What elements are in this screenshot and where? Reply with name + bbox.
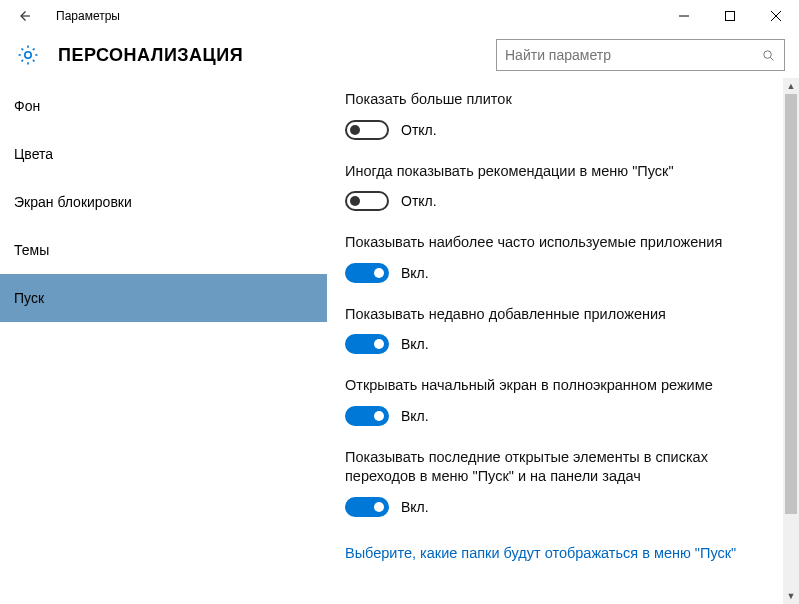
svg-point-4 xyxy=(25,52,31,58)
sidebar-item-label: Пуск xyxy=(14,290,44,306)
toggle-jumplist[interactable] xyxy=(345,497,389,517)
maximize-button[interactable] xyxy=(707,0,753,32)
content-area: Фон Цвета Экран блокировки Темы Пуск Пок… xyxy=(0,78,799,604)
sidebar-item-colors[interactable]: Цвета xyxy=(0,130,327,178)
sidebar-item-label: Экран блокировки xyxy=(14,194,132,210)
setting-label: Показывать последние открытые элементы в… xyxy=(345,448,745,487)
setting-fullscreen: Открывать начальный экран в полноэкранно… xyxy=(345,376,775,426)
header-row: ПЕРСОНАЛИЗАЦИЯ xyxy=(0,32,799,78)
toggle-most-used[interactable] xyxy=(345,263,389,283)
svg-line-6 xyxy=(770,57,773,60)
toggle-row: Вкл. xyxy=(345,334,775,354)
toggle-state: Вкл. xyxy=(401,336,429,352)
toggle-state: Откл. xyxy=(401,193,437,209)
setting-jumplist: Показывать последние открытые элементы в… xyxy=(345,448,775,517)
toggle-state: Откл. xyxy=(401,122,437,138)
back-arrow-icon xyxy=(15,7,33,25)
toggle-knob xyxy=(350,125,360,135)
toggle-row: Вкл. xyxy=(345,497,775,517)
choose-folders-link[interactable]: Выберите, какие папки будут отображаться… xyxy=(345,545,736,561)
setting-recently-added: Показывать недавно добавленные приложени… xyxy=(345,305,775,355)
toggle-suggestions[interactable] xyxy=(345,191,389,211)
toggle-knob xyxy=(374,411,384,421)
toggle-knob xyxy=(374,268,384,278)
toggle-state: Вкл. xyxy=(401,499,429,515)
search-input[interactable] xyxy=(505,47,761,63)
close-button[interactable] xyxy=(753,0,799,32)
scrollbar[interactable]: ▲ ▼ xyxy=(783,78,799,604)
setting-label: Показывать недавно добавленные приложени… xyxy=(345,305,745,325)
main-panel: Показать больше плиток Откл. Иногда пока… xyxy=(327,78,799,604)
window-title: Параметры xyxy=(56,9,120,23)
toggle-recently-added[interactable] xyxy=(345,334,389,354)
svg-point-5 xyxy=(764,50,772,58)
sidebar-item-themes[interactable]: Темы xyxy=(0,226,327,274)
scrollbar-thumb[interactable] xyxy=(785,94,797,514)
close-icon xyxy=(771,11,781,21)
category-title: ПЕРСОНАЛИЗАЦИЯ xyxy=(58,45,243,66)
toggle-state: Вкл. xyxy=(401,408,429,424)
sidebar-item-lockscreen[interactable]: Экран блокировки xyxy=(0,178,327,226)
search-box[interactable] xyxy=(496,39,785,71)
sidebar: Фон Цвета Экран блокировки Темы Пуск xyxy=(0,78,327,604)
window-controls xyxy=(661,0,799,32)
setting-more-tiles: Показать больше плиток Откл. xyxy=(345,90,775,140)
sidebar-item-label: Цвета xyxy=(14,146,53,162)
sidebar-item-background[interactable]: Фон xyxy=(0,82,327,130)
toggle-row: Откл. xyxy=(345,191,775,211)
sidebar-item-label: Темы xyxy=(14,242,49,258)
toggle-row: Вкл. xyxy=(345,263,775,283)
toggle-row: Вкл. xyxy=(345,406,775,426)
setting-label: Иногда показывать рекомендации в меню "П… xyxy=(345,162,745,182)
setting-suggestions: Иногда показывать рекомендации в меню "П… xyxy=(345,162,775,212)
minimize-button[interactable] xyxy=(661,0,707,32)
sidebar-item-start[interactable]: Пуск xyxy=(0,274,327,322)
back-button[interactable] xyxy=(0,0,48,32)
titlebar: Параметры xyxy=(0,0,799,32)
setting-label: Показывать наиболее часто используемые п… xyxy=(345,233,745,253)
setting-most-used: Показывать наиболее часто используемые п… xyxy=(345,233,775,283)
gear-icon xyxy=(16,43,40,67)
setting-label: Показать больше плиток xyxy=(345,90,745,110)
toggle-knob xyxy=(350,196,360,206)
scroll-down-icon[interactable]: ▼ xyxy=(783,588,799,604)
sidebar-item-label: Фон xyxy=(14,98,40,114)
toggle-state: Вкл. xyxy=(401,265,429,281)
toggle-knob xyxy=(374,502,384,512)
toggle-more-tiles[interactable] xyxy=(345,120,389,140)
setting-label: Открывать начальный экран в полноэкранно… xyxy=(345,376,745,396)
toggle-knob xyxy=(374,339,384,349)
scroll-up-icon[interactable]: ▲ xyxy=(783,78,799,94)
minimize-icon xyxy=(679,11,689,21)
search-icon xyxy=(761,48,776,63)
svg-rect-1 xyxy=(726,12,735,21)
toggle-fullscreen[interactable] xyxy=(345,406,389,426)
toggle-row: Откл. xyxy=(345,120,775,140)
maximize-icon xyxy=(725,11,735,21)
